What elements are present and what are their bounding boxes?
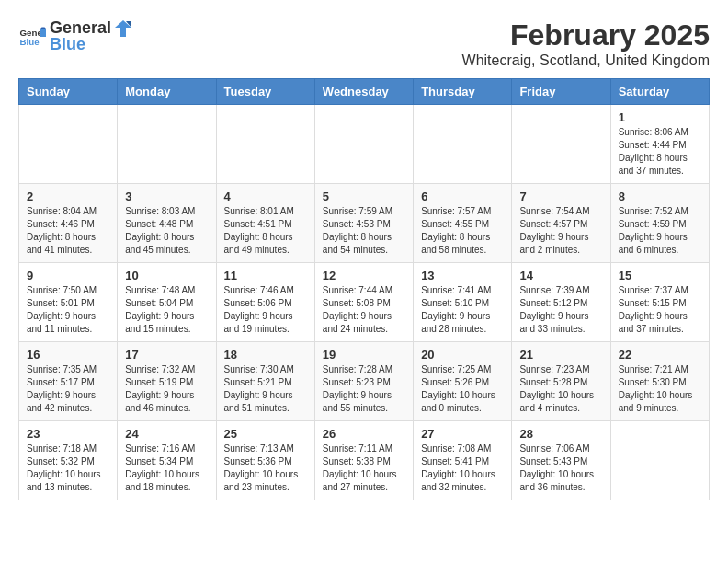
calendar-title: February 2025 <box>462 18 710 52</box>
calendar-week-row: 23Sunrise: 7:18 AMSunset: 5:32 PMDayligh… <box>19 421 710 500</box>
calendar-cell <box>512 105 610 184</box>
calendar-week-row: 1Sunrise: 8:06 AMSunset: 4:44 PMDaylight… <box>19 105 710 184</box>
calendar-cell: 7Sunrise: 7:54 AMSunset: 4:57 PMDaylight… <box>512 184 610 263</box>
day-info: Sunrise: 7:37 AMSunset: 5:15 PMDaylight:… <box>619 284 701 336</box>
calendar-header-tuesday: Tuesday <box>216 79 314 105</box>
day-info: Sunrise: 7:52 AMSunset: 4:59 PMDaylight:… <box>619 205 701 257</box>
day-info: Sunrise: 7:11 AMSunset: 5:38 PMDaylight:… <box>323 442 405 494</box>
calendar-header-wednesday: Wednesday <box>314 79 413 105</box>
calendar-cell: 19Sunrise: 7:28 AMSunset: 5:23 PMDayligh… <box>314 342 413 421</box>
calendar-header-thursday: Thursday <box>414 79 512 105</box>
calendar-header-friday: Friday <box>512 79 610 105</box>
calendar-header-sunday: Sunday <box>19 79 118 105</box>
calendar-cell: 11Sunrise: 7:46 AMSunset: 5:06 PMDayligh… <box>216 263 314 342</box>
calendar-header-saturday: Saturday <box>610 79 709 105</box>
day-number: 9 <box>27 269 109 282</box>
calendar-cell: 3Sunrise: 8:03 AMSunset: 4:48 PMDaylight… <box>118 184 216 263</box>
day-info: Sunrise: 7:57 AMSunset: 4:55 PMDaylight:… <box>421 205 504 257</box>
day-number: 14 <box>519 269 602 282</box>
calendar-cell: 8Sunrise: 7:52 AMSunset: 4:59 PMDaylight… <box>610 184 709 263</box>
day-number: 4 <box>224 190 307 203</box>
day-info: Sunrise: 7:16 AMSunset: 5:34 PMDaylight:… <box>125 442 208 494</box>
day-number: 12 <box>323 269 405 282</box>
day-info: Sunrise: 7:41 AMSunset: 5:10 PMDaylight:… <box>421 284 504 336</box>
calendar-cell: 14Sunrise: 7:39 AMSunset: 5:12 PMDayligh… <box>512 263 610 342</box>
calendar-cell <box>414 105 512 184</box>
day-info: Sunrise: 7:35 AMSunset: 5:17 PMDaylight:… <box>27 363 109 415</box>
calendar-cell <box>216 105 314 184</box>
calendar-cell <box>610 421 709 500</box>
day-number: 17 <box>125 348 208 362</box>
day-number: 7 <box>519 190 602 203</box>
calendar-cell: 18Sunrise: 7:30 AMSunset: 5:21 PMDayligh… <box>216 342 314 421</box>
svg-marker-2 <box>40 29 46 37</box>
day-info: Sunrise: 7:28 AMSunset: 5:23 PMDaylight:… <box>323 363 405 415</box>
calendar-cell: 23Sunrise: 7:18 AMSunset: 5:32 PMDayligh… <box>19 421 118 500</box>
calendar-table: SundayMondayTuesdayWednesdayThursdayFrid… <box>18 78 710 500</box>
calendar-cell: 12Sunrise: 7:44 AMSunset: 5:08 PMDayligh… <box>314 263 413 342</box>
day-number: 11 <box>224 269 307 282</box>
calendar-cell: 1Sunrise: 8:06 AMSunset: 4:44 PMDaylight… <box>610 105 709 184</box>
day-info: Sunrise: 7:54 AMSunset: 4:57 PMDaylight:… <box>519 205 602 257</box>
calendar-cell: 2Sunrise: 8:04 AMSunset: 4:46 PMDaylight… <box>19 184 118 263</box>
calendar-cell: 22Sunrise: 7:21 AMSunset: 5:30 PMDayligh… <box>610 342 709 421</box>
day-info: Sunrise: 7:50 AMSunset: 5:01 PMDaylight:… <box>27 284 109 336</box>
logo-icon: General Blue <box>18 26 46 48</box>
day-number: 16 <box>27 348 109 362</box>
calendar-cell: 9Sunrise: 7:50 AMSunset: 5:01 PMDaylight… <box>19 263 118 342</box>
title-section: February 2025 Whitecraig, Scotland, Unit… <box>462 18 710 69</box>
day-info: Sunrise: 7:32 AMSunset: 5:19 PMDaylight:… <box>125 363 208 415</box>
day-info: Sunrise: 7:23 AMSunset: 5:28 PMDaylight:… <box>519 363 602 415</box>
day-info: Sunrise: 7:06 AMSunset: 5:43 PMDaylight:… <box>519 442 602 494</box>
day-info: Sunrise: 8:03 AMSunset: 4:48 PMDaylight:… <box>125 205 208 257</box>
day-info: Sunrise: 8:04 AMSunset: 4:46 PMDaylight:… <box>27 205 109 257</box>
day-number: 10 <box>125 269 208 282</box>
day-number: 24 <box>125 427 208 441</box>
day-number: 2 <box>27 190 109 203</box>
day-number: 8 <box>619 190 701 203</box>
day-info: Sunrise: 7:59 AMSunset: 4:53 PMDaylight:… <box>323 205 405 257</box>
day-number: 5 <box>323 190 405 203</box>
calendar-cell: 26Sunrise: 7:11 AMSunset: 5:38 PMDayligh… <box>314 421 413 500</box>
calendar-cell: 24Sunrise: 7:16 AMSunset: 5:34 PMDayligh… <box>118 421 216 500</box>
day-number: 13 <box>421 269 504 282</box>
day-number: 15 <box>619 269 701 282</box>
day-info: Sunrise: 8:01 AMSunset: 4:51 PMDaylight:… <box>224 205 307 257</box>
calendar-cell: 5Sunrise: 7:59 AMSunset: 4:53 PMDaylight… <box>314 184 413 263</box>
day-info: Sunrise: 7:08 AMSunset: 5:41 PMDaylight:… <box>421 442 504 494</box>
calendar-cell <box>118 105 216 184</box>
calendar-week-row: 16Sunrise: 7:35 AMSunset: 5:17 PMDayligh… <box>19 342 710 421</box>
day-number: 28 <box>519 427 602 441</box>
day-info: Sunrise: 7:13 AMSunset: 5:36 PMDaylight:… <box>224 442 307 494</box>
logo: General Blue General Blue <box>18 18 135 54</box>
calendar-cell: 16Sunrise: 7:35 AMSunset: 5:17 PMDayligh… <box>19 342 118 421</box>
calendar-cell: 6Sunrise: 7:57 AMSunset: 4:55 PMDaylight… <box>414 184 512 263</box>
day-number: 25 <box>224 427 307 441</box>
calendar-subtitle: Whitecraig, Scotland, United Kingdom <box>462 52 710 69</box>
day-info: Sunrise: 7:46 AMSunset: 5:06 PMDaylight:… <box>224 284 307 336</box>
day-number: 26 <box>323 427 405 441</box>
day-number: 21 <box>519 348 602 362</box>
calendar-cell: 21Sunrise: 7:23 AMSunset: 5:28 PMDayligh… <box>512 342 610 421</box>
calendar-cell: 27Sunrise: 7:08 AMSunset: 5:41 PMDayligh… <box>414 421 512 500</box>
day-info: Sunrise: 7:21 AMSunset: 5:30 PMDaylight:… <box>619 363 701 415</box>
calendar-week-row: 2Sunrise: 8:04 AMSunset: 4:46 PMDaylight… <box>19 184 710 263</box>
day-number: 27 <box>421 427 504 441</box>
calendar-cell <box>19 105 118 184</box>
calendar-cell: 4Sunrise: 8:01 AMSunset: 4:51 PMDaylight… <box>216 184 314 263</box>
day-info: Sunrise: 7:18 AMSunset: 5:32 PMDaylight:… <box>27 442 109 494</box>
day-number: 23 <box>27 427 109 441</box>
day-number: 18 <box>224 348 307 362</box>
day-info: Sunrise: 7:25 AMSunset: 5:26 PMDaylight:… <box>421 363 504 415</box>
calendar-week-row: 9Sunrise: 7:50 AMSunset: 5:01 PMDaylight… <box>19 263 710 342</box>
day-number: 3 <box>125 190 208 203</box>
calendar-cell: 20Sunrise: 7:25 AMSunset: 5:26 PMDayligh… <box>414 342 512 421</box>
day-info: Sunrise: 7:44 AMSunset: 5:08 PMDaylight:… <box>323 284 405 336</box>
logo-bird-icon <box>113 18 133 39</box>
calendar-header-row: SundayMondayTuesdayWednesdayThursdayFrid… <box>19 79 710 105</box>
day-info: Sunrise: 7:39 AMSunset: 5:12 PMDaylight:… <box>519 284 602 336</box>
day-number: 20 <box>421 348 504 362</box>
day-info: Sunrise: 7:30 AMSunset: 5:21 PMDaylight:… <box>224 363 307 415</box>
day-number: 6 <box>421 190 504 203</box>
day-number: 1 <box>619 110 701 124</box>
